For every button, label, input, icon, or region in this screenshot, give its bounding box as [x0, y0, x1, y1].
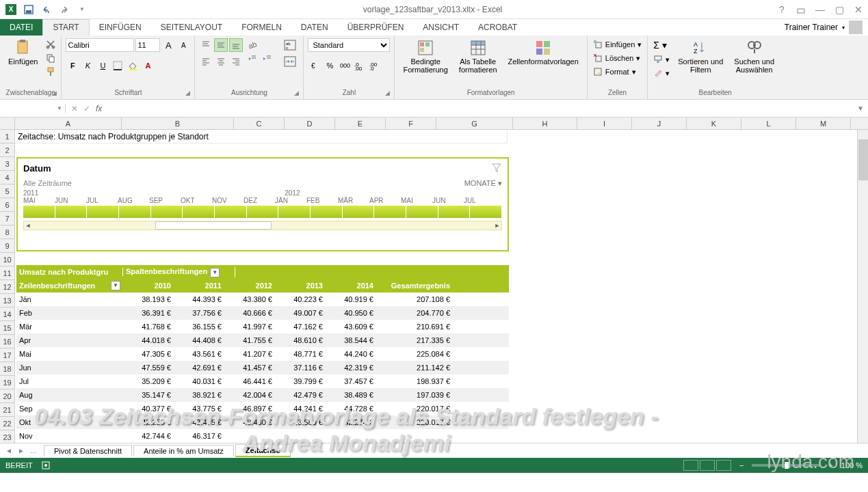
increase-decimal-icon[interactable]: ,0,00 — [353, 59, 367, 72]
row-header[interactable]: 2 — [0, 144, 14, 157]
font-name-select[interactable] — [66, 38, 134, 52]
col-header[interactable]: H — [513, 118, 577, 129]
formula-bar[interactable] — [107, 107, 853, 110]
row-header[interactable]: 6 — [0, 198, 14, 212]
clipboard-dialog-icon[interactable]: ◢ — [50, 89, 58, 97]
decrease-font-icon[interactable]: A — [176, 38, 190, 52]
format-as-table-button[interactable]: Als Tabelle formatieren — [455, 38, 501, 75]
format-painter-icon[interactable] — [44, 66, 57, 78]
row-header[interactable]: 22 — [0, 417, 14, 430]
timeline-slicer[interactable]: Datum Alle Zeiträume MONATE ▾ 2011 2012 … — [16, 157, 509, 251]
col-header[interactable]: C — [234, 118, 285, 129]
tab-nav-more-icon[interactable]: … — [30, 447, 38, 455]
timeline-scrollbar[interactable]: ◄ ► — [23, 221, 502, 230]
tab-data[interactable]: DATEN — [291, 19, 338, 36]
pivot-row[interactable]: Feb36.391 €37.756 €40.666 €49.007 €40.95… — [16, 306, 509, 320]
alignment-dialog-icon[interactable]: ◢ — [292, 89, 300, 97]
tab-formulas[interactable]: FORMELN — [232, 19, 291, 36]
conditional-formatting-button[interactable]: Bedingte Formatierung — [399, 38, 451, 75]
cell-styles-button[interactable]: Zellenformatvorlagen — [504, 38, 583, 67]
row-header[interactable]: 14 — [0, 308, 14, 321]
row-header[interactable]: 16 — [0, 335, 14, 348]
close-icon[interactable]: ✕ — [852, 3, 865, 16]
view-pagelayout-icon[interactable] — [700, 460, 715, 471]
tab-insert[interactable]: EINFÜGEN — [90, 19, 151, 36]
row-header[interactable]: 1 — [0, 130, 14, 144]
pivot-row[interactable]: Jul35.209 €40.031 €46.441 €39.799 €37.45… — [16, 374, 509, 388]
italic-button[interactable]: K — [81, 59, 94, 72]
wrap-text-icon[interactable]: abc — [281, 38, 299, 52]
save-icon[interactable] — [21, 1, 37, 18]
align-center-icon[interactable] — [214, 55, 228, 68]
help-icon[interactable]: ? — [775, 3, 789, 16]
name-box[interactable]: ▼ — [0, 104, 66, 113]
col-header[interactable]: K — [687, 118, 741, 129]
paste-button[interactable]: Einfügen — [4, 38, 42, 67]
col-header[interactable]: F — [386, 118, 436, 129]
tab-acrobat[interactable]: ACROBAT — [469, 19, 527, 36]
minimize-icon[interactable]: — — [813, 3, 827, 16]
format-cells-button[interactable]: Format ▾ — [592, 66, 643, 78]
row-header[interactable]: 3 — [0, 157, 14, 171]
col-header[interactable]: M — [796, 118, 851, 129]
col-header[interactable]: L — [741, 118, 796, 129]
customize-qat-icon[interactable]: ▼ — [74, 1, 90, 18]
percent-format-icon[interactable]: % — [323, 59, 337, 72]
undo-icon[interactable] — [38, 1, 55, 18]
row-header[interactable]: 15 — [0, 321, 14, 335]
row-header[interactable]: 21 — [0, 403, 14, 417]
macro-record-icon[interactable] — [41, 461, 51, 470]
row-header[interactable]: 8 — [0, 226, 14, 239]
tab-nav-prev-icon[interactable]: ◄ — [5, 447, 14, 455]
vertical-scrollbar[interactable] — [857, 130, 868, 443]
sheet-tab[interactable]: Anteile in % am Umsatz — [133, 445, 234, 456]
pivot-row[interactable]: Apr44.018 €44.408 €41.755 €48.610 €38.54… — [16, 333, 509, 347]
row-header[interactable]: 9 — [0, 239, 14, 253]
row-header[interactable]: 19 — [0, 376, 14, 390]
zoom-out-icon[interactable]: − — [739, 461, 744, 469]
decrease-decimal-icon[interactable]: ,00,0 — [368, 59, 382, 72]
sheet-tab[interactable]: Pivot & Datenschnitt — [44, 445, 132, 456]
timeline-level-select[interactable]: MONATE ▾ — [464, 179, 502, 188]
autosum-icon[interactable]: Σ ▾ — [652, 38, 671, 52]
tab-review[interactable]: ÜBERPRÜFEN — [338, 19, 414, 36]
user-area[interactable]: Trainer Trainer ▾ — [779, 20, 868, 34]
col-header[interactable]: J — [632, 118, 687, 129]
col-header[interactable]: A — [15, 118, 122, 129]
row-header[interactable]: 20 — [0, 390, 14, 403]
decrease-indent-icon[interactable] — [246, 52, 259, 66]
number-format-select[interactable]: Standard — [308, 38, 390, 52]
col-header[interactable]: I — [577, 118, 632, 129]
ribbon-options-icon[interactable] — [794, 3, 808, 16]
col-header[interactable]: G — [436, 118, 513, 129]
pivot-row[interactable]: Mär41.768 €36.155 €41.997 €47.162 €43.60… — [16, 320, 509, 333]
cancel-formula-icon[interactable]: ✕ — [71, 104, 78, 113]
view-normal-icon[interactable] — [683, 460, 698, 471]
align-right-icon[interactable] — [229, 55, 243, 68]
align-bottom-icon[interactable] — [229, 38, 243, 52]
maximize-icon[interactable]: ▢ — [832, 3, 846, 16]
tab-nav-next-icon[interactable]: ► — [18, 447, 26, 455]
align-middle-icon[interactable] — [214, 38, 228, 52]
pivot-col-label[interactable]: Spaltenbeschriftungen▼ — [123, 267, 235, 277]
pivot-row[interactable]: Mai47.305 €43.561 €41.207 €48.771 €44.24… — [16, 347, 509, 361]
tab-view[interactable]: ANSICHT — [413, 19, 469, 36]
sheet-tab-active[interactable]: Zeitachse — [235, 444, 291, 457]
fill-color-icon[interactable] — [126, 59, 140, 72]
expand-formula-bar-icon[interactable]: ▼ — [853, 105, 868, 112]
timeline-bar[interactable] — [23, 206, 502, 218]
pivot-row[interactable]: Aug35.147 €38.921 €42.004 €42.479 €38.48… — [16, 388, 509, 402]
col-header[interactable]: E — [335, 118, 386, 129]
row-header[interactable]: 7 — [0, 212, 14, 226]
row-header[interactable]: 17 — [0, 348, 14, 362]
pivot-row[interactable]: Jän38.193 €44.393 €43.380 €40.223 €40.91… — [16, 292, 509, 306]
find-select-button[interactable]: Suchen und Auswählen — [730, 38, 778, 75]
tab-file[interactable]: DATEI — [0, 19, 42, 36]
select-all-corner[interactable] — [0, 118, 15, 129]
sort-filter-button[interactable]: AZ Sortieren und Filtern — [674, 38, 727, 75]
enter-formula-icon[interactable]: ✓ — [83, 104, 90, 113]
number-dialog-icon[interactable]: ◢ — [383, 89, 391, 97]
row-header[interactable]: 11 — [0, 266, 14, 280]
clear-filter-icon[interactable] — [491, 163, 502, 174]
insert-cells-button[interactable]: Einfügen ▾ — [592, 38, 643, 51]
